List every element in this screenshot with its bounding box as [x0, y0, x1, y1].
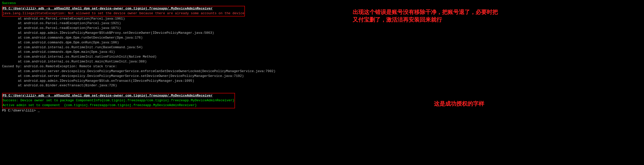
stack-line-2: at android.os.Parcel.readException(Parce…: [2, 21, 642, 26]
success-annotation: 这是成功授权的字样: [434, 100, 484, 108]
success-line-1: Success: Device owner set to package Com…: [3, 98, 234, 103]
rstack-line-3: at android.app.admin.IDevicePolicyManage…: [2, 79, 642, 84]
stack-line-8: at com.android.commands.dpm.Dpm.main(Dpm…: [2, 50, 642, 55]
stack-line-3: at android.os.Parcel.readException(Parce…: [2, 26, 642, 31]
stack-line-4: at android.app.admin.IDevicePolicyManage…: [2, 31, 642, 36]
success-line-2: Active admin set to component {com.tigni…: [3, 103, 234, 108]
stack-line-1: at android.os.Parcel.createException(Par…: [2, 16, 642, 21]
error-annotation: 出现这个错误是账号没有移除干净，把账号退了，必要时把 又付宝删了，激活洁再安装回…: [353, 8, 498, 24]
rstack-line-2: at com.android.server.devicepolicy.Devic…: [2, 74, 642, 79]
prompt-line: PS C:\Users\lili> _: [2, 108, 642, 113]
error-main-line: java.lang.IllegalStateException: Not all…: [3, 11, 244, 16]
terminal-window: Success PS C:\Users\lili> adb -s a05aa10…: [0, 0, 644, 165]
cmd-line-1: PS C:\Users\lili> adb -s a05aa102 shell …: [3, 6, 244, 11]
stack-line-10: at com.android.internal.os.RuntimeInit.m…: [2, 59, 642, 64]
stack-line-9: at com.android.internal.os.RuntimeInit.n…: [2, 55, 642, 59]
initial-success-line: Success: [2, 1, 642, 6]
stack-line-6: at com.android.commands.dpm.Dpm.onRun(Dp…: [2, 40, 642, 45]
rstack-line-1: at com.android.server.devicepolicy.Devic…: [2, 69, 642, 74]
caused-line: Caused by: android.os.RemoteException: R…: [2, 64, 642, 69]
stack-line-7: at com.android.internal.os.RuntimeInit.r…: [2, 45, 642, 50]
blank-line-1: [2, 88, 642, 93]
rstack-line-4: at android.os.Binder.execTransact(Binder…: [2, 83, 642, 88]
terminal-content: Success PS C:\Users\lili> adb -s a05aa10…: [2, 1, 642, 113]
stack-line-5: at com.android.commands.dpm.Dpm.runSetDe…: [2, 36, 642, 40]
cmd-line-2: PS C:\Users\lili> adb -s a05aa102 shell …: [3, 93, 234, 98]
